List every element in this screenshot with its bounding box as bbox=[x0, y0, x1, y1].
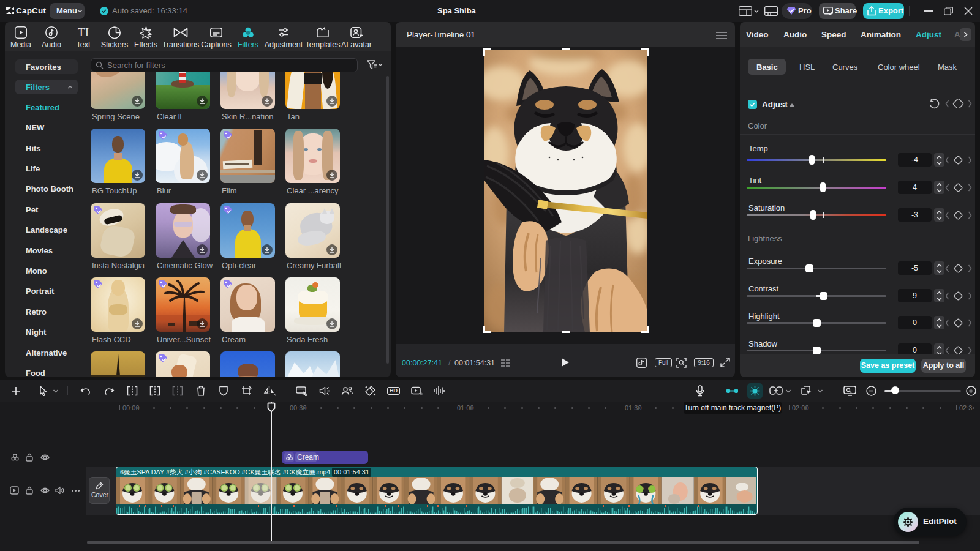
svg-text:TI: TI bbox=[78, 26, 89, 39]
